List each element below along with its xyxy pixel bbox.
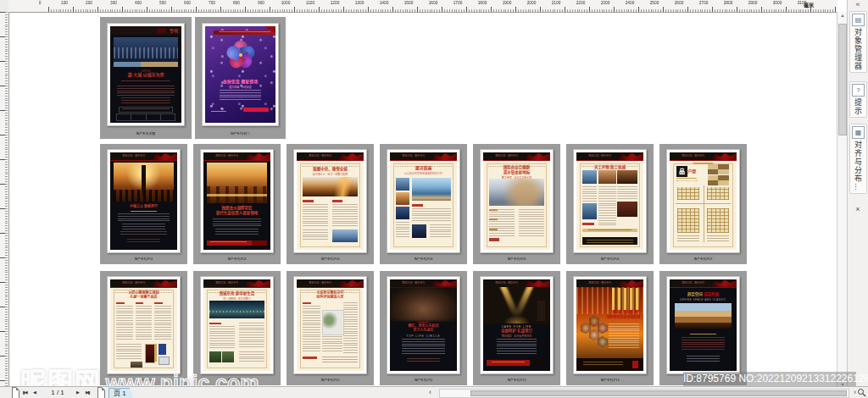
plan-logo-sub: 户型: [687, 168, 696, 174]
poster-cover-front: 专刊 10月1日 遇·大城 以城市为荣: [110, 26, 181, 123]
docker-tab-align-distribute[interactable]: ▦ 对齐与分布…: [849, 124, 867, 194]
page-board-p01[interactable]: 尊域大城 · 楼市专刊 中轴之上 致献风华 地产专刊-P01: [100, 144, 187, 264]
headline: 漯河首座: [390, 166, 457, 171]
mini-head: [489, 229, 497, 230]
ruler-tick-label: 700: [205, 1, 219, 5]
ruler-tick-label: 200: [82, 1, 96, 5]
floorplan: [707, 208, 728, 234]
poster-craftsmanship: 尊域大城 · 楼市专刊 天工开物 精工筑城: [576, 152, 643, 250]
vscroll-thumb[interactable]: [838, 24, 847, 135]
golden-city-photo: [114, 163, 174, 202]
page-board-p02[interactable]: 尊域大城 · 楼市专刊 独踞金沙湖畔墅区 现代生态低密人居新领地 地产专刊-P0…: [193, 144, 281, 264]
bottom-black-band: [576, 358, 643, 371]
page-indicator: 1 / 1: [42, 387, 73, 398]
last-page-button[interactable]: ▶▮: [86, 387, 90, 398]
page-board-p07[interactable]: 尊域大城 · 楼市专刊 品 户型 BUILDING TYPE: [659, 144, 747, 264]
page-sheet: 尊域大城 · 楼市专刊 景城东南 静享新生活 揽一湖静谧 · 阅半城繁华: [200, 276, 274, 374]
ruler-tick-label: 2100: [549, 1, 563, 5]
page-caption: 地产专刊-P07: [677, 257, 730, 261]
page-board-cover2[interactable]: 金秋钜惠 耀世登场 盛大启幕 · 恭迎品鉴 地产专刊-封二: [195, 17, 286, 139]
page-board-p13[interactable]: 尊域大城 · 楼市专刊 鎏金岁月 颐养天年 领世界长者养老新标准: [566, 271, 654, 385]
small-photo: [332, 229, 358, 242]
ruler-tick-label: 2300: [598, 1, 612, 5]
cta-button-bar: [243, 108, 269, 113]
ruler-tick-label: 1200: [328, 1, 342, 5]
plan-note: BUILDING TYPE: [676, 180, 698, 182]
hscroll-thumb[interactable]: [470, 390, 847, 396]
vertical-ruler[interactable]: [0, 12, 9, 387]
mini-head: [136, 302, 143, 304]
page-sheet: 尊域大城 · 楼市专刊 以匠心雕琢精工规制 礼献一城菁华品质: [107, 276, 181, 374]
promo-banner: [214, 30, 275, 35]
collapse-dockers-button[interactable]: «: [848, 0, 868, 8]
horizontal-ruler[interactable]: 毫米 0100200300400500600700800900100011001…: [8, 0, 837, 13]
mini-photo-grid: [707, 164, 730, 185]
poster-craft-quality: 尊域大城 · 楼市专刊 以匠心雕琢精工规制 礼献一城菁华品质: [110, 279, 177, 371]
docker-tab-object-manager[interactable]: ▤ 对象管理器: [849, 11, 867, 73]
hexagon-collage: [581, 314, 604, 352]
page-board-cover[interactable]: 专刊 10月1日 遇·大城 以城市为荣 地产专: [100, 17, 192, 139]
bottom-red-band: [487, 360, 547, 365]
masthead-bar: 尊域大城 · 楼市专刊: [390, 152, 457, 161]
hscroll-right-arrow[interactable]: ›: [854, 387, 856, 398]
ruler-tick-label: 1300: [353, 1, 366, 5]
city-dusk-photo: [303, 177, 358, 196]
page-icon[interactable]: [97, 387, 105, 398]
interior-collage: [322, 310, 344, 335]
add-page-icon[interactable]: [12, 387, 19, 398]
page-board-p05[interactable]: 尊域大城 · 楼市专刊 国际商业巨舰群 滨水铂金新地标 繁华商圈 · 滨水生活新…: [473, 144, 560, 264]
page-board-p03[interactable]: 尊域大城 · 楼市专刊 版图中央，雅领全城 居中轴之上 · 纵享一城繁华配套 地…: [287, 144, 374, 264]
cover-header: 专刊: [110, 26, 181, 35]
ruler-tick-label: 2200: [574, 1, 587, 5]
page-board-p14[interactable]: 尊域大城 · 楼市专刊 界定空间 成就经典 DEFINE SPACE AND C…: [659, 271, 747, 385]
hscroll-track[interactable]: [439, 389, 849, 398]
mini-head: [154, 302, 162, 304]
floorplan: [707, 187, 728, 200]
page-board-p10[interactable]: 尊域大城 · 楼市专刊 全屋智享精装交付 绿色环保健康人居 地产专刊-P10: [287, 271, 374, 385]
page-sheet: 尊域大城 · 楼市专刊 漯河首座 以心起点改写区域未来的城市力作: [387, 149, 460, 253]
headline-line2: 绿色环保健康人居: [297, 296, 364, 300]
headline-line2: 现代生态低密人居新领地: [203, 211, 270, 215]
poster-luohe: 尊域大城 · 楼市专刊 漯河首座 以心起点改写区域未来的城市力作: [390, 152, 457, 250]
page-sheet: 尊域大城 · 楼市专刊 CARE FOR LIFE 全维呵护 礼遇尊崇 物业服务…: [480, 276, 554, 374]
ruler-tick-label: 1400: [377, 1, 391, 5]
page-board-p12[interactable]: 尊域大城 · 楼市专刊 CARE FOR LIFE 全维呵护 礼遇尊崇 物业服务…: [473, 271, 560, 385]
first-page-button[interactable]: ▮◀: [23, 387, 27, 398]
hint-icon: ?: [852, 84, 865, 97]
ruler-tick-label: 1700: [451, 1, 465, 5]
poster-cover-purple: 金秋钜惠 耀世登场 盛大启幕 · 恭迎品鉴: [205, 26, 275, 123]
thumb-photo: [396, 178, 409, 191]
prev-page-button[interactable]: ◀: [33, 387, 36, 398]
headline: 天工开物 精工筑城: [576, 165, 643, 169]
headline-line1: 国际商业巨舰群: [483, 165, 550, 169]
zoom-tool-icon[interactable]: [857, 387, 867, 398]
ruler-tick-label: 3100: [795, 1, 809, 5]
docker-close-button[interactable]: ×: [848, 205, 868, 213]
page-tab[interactable]: 页 1: [108, 388, 134, 398]
masthead-bar: 尊域大城 · 楼市专刊: [670, 279, 737, 288]
page-sheet: 尊域大城 · 楼市专刊 鎏金岁月 颐养天年 领世界长者养老新标准: [573, 276, 647, 374]
eyebrow: DEFINE SPACE AND CLASSIC: [670, 298, 737, 301]
ruler-tick-label: 300: [107, 1, 120, 5]
mini-head: [303, 302, 310, 304]
docker-tab-hints[interactable]: ? 提示: [849, 81, 867, 118]
page-board-p11[interactable]: 尊域大城 · 楼市专刊 圈层，界定人生起点 定义人生品位 TOP LIFE CI…: [380, 271, 467, 385]
red-tag: [303, 357, 317, 359]
ruler-tick-label: 1800: [476, 1, 489, 5]
ruler-tick-label: 500: [156, 1, 170, 5]
coreldraw-workspace: 毫米 0100200300400500600700800900100011001…: [0, 0, 868, 398]
next-page-button[interactable]: ▶: [76, 387, 79, 398]
page-board-p06[interactable]: 尊域大城 · 楼市专刊 天工开物 精工筑城 地产专刊-P06: [566, 144, 654, 264]
ruler-tick-label: 800: [230, 1, 243, 5]
ruler-tick-label: 1100: [303, 1, 317, 5]
ruler-tick-label: 2600: [672, 1, 686, 5]
ruler-tick-label: 2400: [623, 1, 637, 5]
poster-circle: 尊域大城 · 楼市专刊 圈层，界定人生起点 定义人生品位 TOP LIFE CI…: [390, 279, 457, 371]
ruler-tick-label: 2800: [721, 1, 735, 5]
cover-info-grid: [116, 113, 176, 121]
page-board-p04[interactable]: 尊域大城 · 楼市专刊 漯河首座 以心起点改写区域未来的城市力作 地产专刊-P0…: [380, 144, 467, 264]
hscroll-left-arrow[interactable]: ‹: [429, 387, 431, 398]
night-photo: [412, 224, 426, 238]
section-bar: [303, 200, 314, 202]
subline: 物业服务 · 全天候管家体系: [483, 334, 550, 338]
